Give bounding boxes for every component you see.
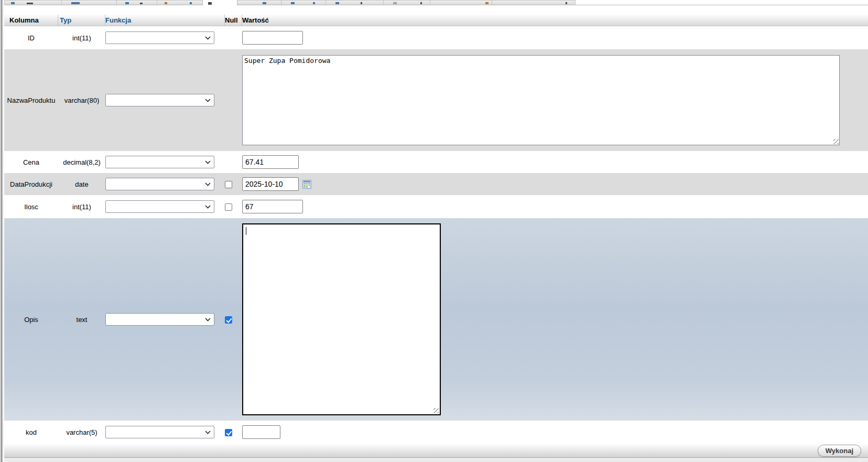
funkcja-select[interactable] <box>105 426 214 438</box>
funkcja-select[interactable] <box>105 94 214 106</box>
tab-stub-3[interactable] <box>116 0 157 5</box>
tab-icon-fragment <box>313 2 315 4</box>
column-type: date <box>58 180 105 188</box>
funkcja-select[interactable] <box>105 31 214 44</box>
tab-icon-fragment <box>190 2 192 4</box>
funkcja-select[interactable] <box>105 200 214 213</box>
column-name: ID <box>4 34 58 42</box>
tab-icon-fragment <box>393 2 397 4</box>
value-textarea-nazwaproduktu[interactable]: Super Zupa Pomidorowa <box>242 55 840 145</box>
funkcja-select-dataprodukcji[interactable] <box>105 178 214 190</box>
column-type: int(11) <box>58 34 105 42</box>
value-input-id[interactable] <box>242 31 303 45</box>
value-input-ilosc[interactable] <box>242 200 303 213</box>
table-row-id: ID int(11) <box>4 26 868 49</box>
null-checkbox-dataprodukcji[interactable] <box>225 181 232 188</box>
column-name: NazwaProduktu <box>4 96 58 104</box>
header-funkcja-link[interactable]: Funkcja <box>105 16 131 24</box>
tab-stub-1[interactable] <box>4 0 62 5</box>
null-checkbox-ilosc[interactable] <box>225 203 232 211</box>
tab-icon-fragment <box>420 2 422 4</box>
funkcja-select[interactable] <box>105 156 214 168</box>
page-background <box>4 458 868 462</box>
tab-stub-active[interactable] <box>202 0 237 5</box>
tab-icon-fragment <box>566 2 567 4</box>
table-row-kod: kod varchar(5) <box>4 421 868 444</box>
column-name: Ilosc <box>4 203 58 211</box>
funkcja-select-opis[interactable] <box>105 313 214 326</box>
header-wartosc: Wartość <box>242 15 868 26</box>
insert-table-header: Kolumna Typ Funkcja Null Wartość <box>4 15 868 26</box>
table-row-cena: Cena decimal(8,2) <box>4 151 868 173</box>
tab-stub-9[interactable] <box>383 0 430 5</box>
tab-icon-fragment <box>11 2 15 4</box>
tab-icon-fragment <box>165 2 167 4</box>
tab-stub-10[interactable] <box>430 0 492 5</box>
funkcja-select-cena[interactable] <box>105 156 214 168</box>
form-footer: Wykonaj <box>4 444 868 458</box>
tab-icon-fragment <box>335 2 339 4</box>
tab-strip <box>4 0 868 5</box>
value-input-kod[interactable] <box>242 425 280 439</box>
tab-stub-7[interactable] <box>281 0 326 5</box>
table-row-dataprodukcji: DataProdukcji date <box>4 173 868 195</box>
value-textarea-opis-focused[interactable] <box>242 223 441 415</box>
value-input-dataprodukcji[interactable] <box>242 177 299 191</box>
tab-stub-4[interactable] <box>157 0 203 5</box>
calendar-icon[interactable] <box>302 180 311 189</box>
tab-icon-fragment <box>71 2 80 4</box>
funkcja-select-id[interactable] <box>105 31 214 44</box>
null-checkbox-kod[interactable] <box>225 429 232 436</box>
tab-icon-fragment <box>208 2 212 5</box>
column-name: DataProdukcji <box>4 180 58 188</box>
table-row-opis: Opis text <box>4 218 868 421</box>
funkcja-select-ilosc[interactable] <box>105 200 214 213</box>
null-checkbox-opis[interactable] <box>225 316 232 324</box>
column-type: int(11) <box>58 203 105 211</box>
funkcja-select-kod[interactable] <box>105 426 214 438</box>
tab-icon-fragment <box>485 2 489 4</box>
tab-stub-6[interactable] <box>237 0 281 5</box>
header-funkcja: Funkcja <box>105 15 225 26</box>
column-type: varchar(80) <box>58 96 105 104</box>
header-null: Null <box>225 15 242 26</box>
value-input-cena[interactable] <box>242 155 299 169</box>
text-cursor <box>246 227 246 235</box>
tab-icon-fragment <box>263 2 266 4</box>
table-row-nazwaproduktu: NazwaProduktu varchar(80) Super Zupa Pom… <box>4 49 868 151</box>
tab-stub-2[interactable] <box>61 0 117 5</box>
tab-icon-fragment <box>140 3 143 4</box>
column-type: text <box>58 316 105 324</box>
header-typ: Typ <box>58 15 105 26</box>
column-name: Opis <box>4 316 58 324</box>
funkcja-select-nazwaproduktu[interactable] <box>105 94 214 106</box>
header-kolumna: Kolumna <box>4 15 58 26</box>
tab-icon-fragment <box>27 3 33 4</box>
column-name: Cena <box>4 158 58 166</box>
tab-stub-11[interactable] <box>492 0 576 5</box>
window-edge <box>0 0 4 462</box>
funkcja-select[interactable] <box>105 178 214 190</box>
funkcja-select[interactable] <box>105 313 214 326</box>
tab-icon-fragment <box>125 2 129 4</box>
phpmyadmin-insert-page: Kolumna Typ Funkcja Null Wartość ID int(… <box>0 0 868 462</box>
tab-icon-fragment <box>361 2 362 4</box>
column-name: kod <box>4 428 58 436</box>
tab-icon-fragment <box>291 2 295 4</box>
table-row-ilosc: Ilosc int(11) <box>4 195 868 218</box>
spacer <box>4 5 868 15</box>
header-typ-link[interactable]: Typ <box>60 16 71 24</box>
tab-stub-8[interactable] <box>326 0 384 5</box>
column-type: varchar(5) <box>58 428 105 436</box>
column-type: decimal(8,2) <box>58 158 105 166</box>
wykonaj-button[interactable]: Wykonaj <box>818 445 861 457</box>
